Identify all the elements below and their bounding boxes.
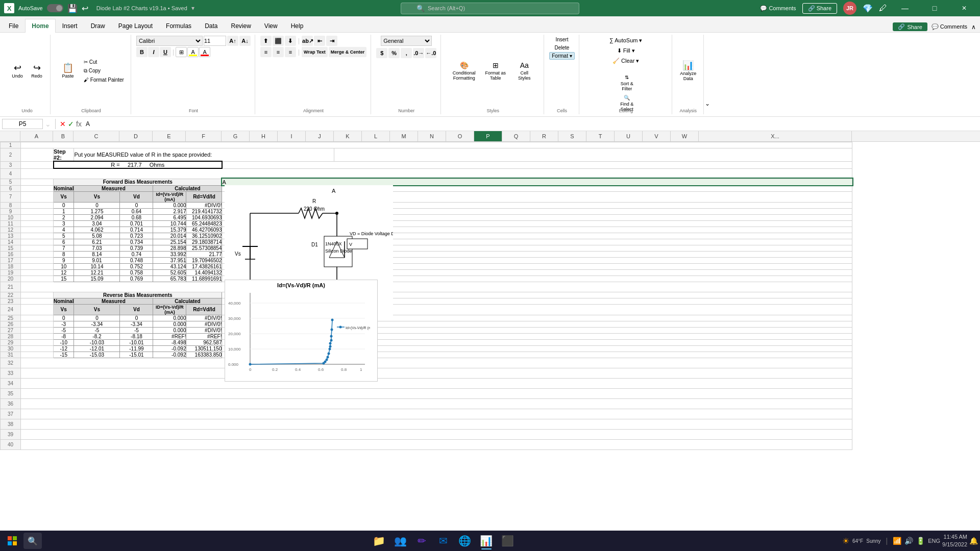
rownum-5[interactable]: 5 <box>1 179 21 185</box>
taskbar-app-edge[interactable]: 🌐 <box>455 532 475 550</box>
col-header-t[interactable]: T <box>586 131 615 141</box>
copy-btn[interactable]: ⧉ Copy <box>81 67 127 75</box>
cell-rest3[interactable] <box>222 161 852 168</box>
taskbar-app-terminal[interactable]: ⬛ <box>498 532 518 550</box>
main-spreadsheet-area[interactable]: A B C D E F G H I J K L M N O P Q R S T … <box>0 131 980 545</box>
format-painter-btn[interactable]: 🖌 Format Painter <box>81 76 127 84</box>
cell-p5-selected[interactable]: A <box>222 179 852 185</box>
rownum-18[interactable]: 18 <box>1 263 21 269</box>
comma-btn[interactable]: , <box>401 48 412 58</box>
share-btn[interactable]: 🔗 Share <box>893 22 927 31</box>
col-header-v[interactable]: V <box>643 131 671 141</box>
col-header-d[interactable]: D <box>119 131 153 141</box>
fwd-h-nominal[interactable]: Nominal <box>54 185 74 191</box>
rownum-16[interactable]: 16 <box>1 251 21 257</box>
undo-btn[interactable]: ↩ Undo <box>8 62 27 80</box>
rownum-17[interactable]: 17 <box>1 257 21 263</box>
tab-home[interactable]: Home <box>25 19 55 33</box>
rownum-2[interactable]: 2 <box>1 148 21 162</box>
cell-row4[interactable] <box>21 168 852 179</box>
col-header-m[interactable]: M <box>390 131 418 141</box>
percent-btn[interactable]: % <box>388 48 400 58</box>
undo-icon-title[interactable]: ↩ <box>82 4 88 13</box>
col-header-q[interactable]: Q <box>502 131 530 141</box>
align-mid-btn[interactable]: ⬛ <box>273 36 284 46</box>
rownum-12[interactable]: 12 <box>1 227 21 233</box>
rownum-4[interactable]: 4 <box>1 168 21 179</box>
cell-a3[interactable] <box>21 161 54 168</box>
cell-rest2[interactable] <box>334 148 852 162</box>
rownum-28[interactable]: 28 <box>1 333 21 339</box>
fill-color-btn[interactable]: A <box>187 47 199 57</box>
rownum-22[interactable]: 22 <box>1 292 21 298</box>
autosave-toggle[interactable] <box>47 4 63 12</box>
font-size-input[interactable] <box>204 36 226 46</box>
orientation-btn[interactable]: ab↗ <box>302 36 313 46</box>
cell-a1[interactable] <box>21 142 852 148</box>
rownum-9[interactable]: 9 <box>1 208 21 214</box>
fwd-sh-id[interactable]: Id=(Vs-Vd)/R (mA) <box>153 191 186 202</box>
merge-center-btn[interactable]: Merge & Center <box>329 47 367 57</box>
cell-c2[interactable]: Put your MEASURED value of R in the spac… <box>74 148 334 162</box>
autosum-btn[interactable]: ∑ AutoSum ▾ <box>607 36 645 45</box>
col-header-b[interactable]: B <box>53 131 74 141</box>
cell-a5[interactable] <box>21 179 54 185</box>
format-btn[interactable]: Format ▾ <box>549 52 574 60</box>
rownum-21[interactable]: 21 <box>1 282 21 292</box>
cell-a2[interactable] <box>21 148 54 162</box>
rownum-26[interactable]: 26 <box>1 321 21 327</box>
number-format-select[interactable]: General <box>381 36 432 46</box>
col-header-w[interactable]: W <box>671 131 699 141</box>
tab-data[interactable]: Data <box>198 19 224 33</box>
formula-input[interactable] <box>84 120 978 128</box>
indent-dec-btn[interactable]: ⇤ <box>314 36 325 46</box>
forward-title-cell[interactable]: Forward Bias Measurements <box>54 179 222 185</box>
border-btn[interactable]: ⊞ <box>176 47 187 57</box>
tab-draw[interactable]: Draw <box>84 19 112 33</box>
align-right-btn[interactable]: ≡ <box>285 47 296 57</box>
rownum-30[interactable]: 30 <box>1 345 21 352</box>
comments-btn-title[interactable]: 💬 Comments <box>760 5 796 12</box>
col-header-s[interactable]: S <box>558 131 586 141</box>
rownum-7[interactable]: 7 <box>1 191 21 202</box>
maximize-btn[interactable]: □ <box>923 0 946 16</box>
rownum-13[interactable]: 13 <box>1 233 21 239</box>
format-as-table-btn[interactable]: ⊞ Format asTable <box>481 60 509 82</box>
analyze-data-btn[interactable]: 📊 AnalyzeData <box>677 59 699 83</box>
fwd-h-calculated[interactable]: Calculated <box>153 185 222 191</box>
tab-formulas[interactable]: Formulas <box>159 19 198 33</box>
rownum-27[interactable]: 27 <box>1 327 21 333</box>
rownum-25[interactable]: 25 <box>1 315 21 321</box>
clear-btn[interactable]: 🧹 Clear ▾ <box>610 56 642 66</box>
dec-inc-btn[interactable]: .0→ <box>413 48 424 58</box>
align-left-btn[interactable]: ≡ <box>260 47 272 57</box>
notification-icon[interactable]: 🔔 <box>969 537 978 545</box>
share-btn-title[interactable]: 🔗 Share <box>802 3 837 14</box>
paste-btn[interactable]: 📋 Paste <box>56 62 80 80</box>
taskbar-app-mail[interactable]: ✉ <box>433 532 454 550</box>
col-header-h[interactable]: H <box>250 131 278 141</box>
underline-btn[interactable]: U <box>160 47 171 57</box>
filename-dropdown[interactable]: ▾ <box>191 5 194 12</box>
redo-btn[interactable]: ↪ Redo <box>28 62 46 80</box>
col-header-n[interactable]: N <box>418 131 446 141</box>
save-icon[interactable]: 💾 <box>67 4 78 13</box>
rownum-1[interactable]: 1 <box>1 142 21 148</box>
cancel-icon[interactable]: ✕ <box>60 120 66 128</box>
tab-file[interactable]: File <box>2 19 25 33</box>
col-header-o[interactable]: O <box>446 131 474 141</box>
tab-review[interactable]: Review <box>224 19 257 33</box>
ribbon-expand-btn[interactable]: ⌄ <box>705 35 710 114</box>
rownum-8[interactable]: 8 <box>1 202 21 208</box>
rownum-19[interactable]: 19 <box>1 269 21 276</box>
fwd-sh-vs2[interactable]: Vs <box>74 191 120 202</box>
reverse-title-cell[interactable]: Reverse Bias Measurements <box>54 292 222 298</box>
col-header-rest[interactable]: X... <box>699 131 852 141</box>
cell-ref-input[interactable] <box>2 119 43 129</box>
rownum-15[interactable]: 15 <box>1 245 21 251</box>
indent-inc-btn[interactable]: ⇥ <box>326 36 337 46</box>
cell-a6[interactable] <box>21 185 54 191</box>
col-header-p[interactable]: P <box>474 131 502 141</box>
rownum-11[interactable]: 11 <box>1 220 21 227</box>
confirm-icon[interactable]: ✓ <box>68 120 74 128</box>
